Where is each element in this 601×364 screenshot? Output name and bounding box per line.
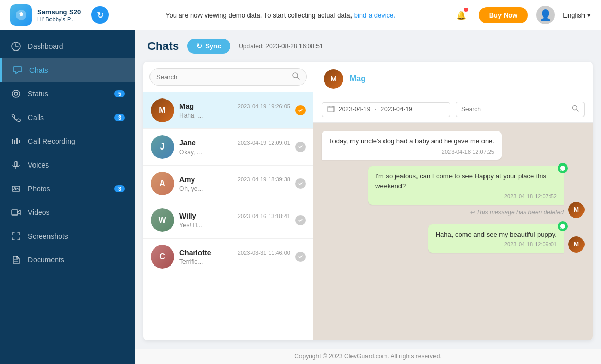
sidebar-item-call-recording-label: Call Recording (28, 137, 75, 145)
app-logo (10, 4, 32, 26)
detail-search-icon (572, 105, 579, 114)
chat-info-charlotte: Charlotte 2023-03-31 11:46:00 Terrific..… (179, 249, 290, 266)
svg-rect-9 (15, 161, 17, 166)
chat-time-mag: 2023-04-19 19:26:05 (238, 103, 290, 109)
chat-items-list: M Mag 2023-04-19 19:26:05 Haha, ... (143, 92, 313, 340)
chat-avatar-mag: M (151, 98, 174, 122)
detail-search-filter[interactable] (456, 102, 585, 117)
sidebar-item-videos[interactable]: Videos (0, 201, 135, 224)
chat-name-willy: Willy (179, 212, 196, 220)
voices-icon (10, 159, 22, 171)
sidebar-item-voices[interactable]: Voices (0, 153, 135, 177)
svg-rect-8 (19, 140, 20, 143)
sidebar-item-chats[interactable]: Chats (0, 58, 135, 82)
chat-detail: M Mag 2023-04-19 - 2023-04-19 (313, 62, 593, 340)
call-recording-icon (10, 136, 22, 147)
calls-badge: 3 (114, 114, 125, 121)
calendar-icon (327, 105, 335, 114)
chat-avatar-amy: A (151, 172, 174, 195)
user-icon: 👤 (539, 9, 552, 21)
sync-icon-small[interactable]: ↻ (91, 6, 109, 24)
content-area: Chats ↻ Sync Updated: 2023-08-28 16:08:5… (135, 30, 601, 364)
bind-device-link[interactable]: bind a device. (354, 11, 395, 19)
chat-avatar-willy: W (151, 208, 174, 232)
device-name: Samsung S20 (37, 8, 81, 16)
date-from: 2023-04-19 (339, 106, 370, 113)
user-avatar-button[interactable]: 👤 (536, 6, 555, 24)
documents-icon (10, 254, 22, 266)
notification-dot (464, 8, 468, 12)
date-to: 2023-04-19 (380, 106, 412, 113)
chat-search-input[interactable] (156, 73, 288, 81)
chat-status-amy (295, 178, 306, 189)
date-filter[interactable]: 2023-04-19 - 2023-04-19 (322, 102, 450, 117)
msg-sent-2: Haha, come and see my beautiful puppy. 2… (322, 224, 585, 253)
content-header: Chats ↻ Sync Updated: 2023-08-28 16:08:5… (135, 30, 601, 62)
calls-icon (10, 112, 22, 123)
chat-item-charlotte[interactable]: C Charlotte 2023-03-31 11:46:00 Terrific… (143, 239, 313, 275)
sidebar-item-call-recording[interactable]: Call Recording (0, 129, 135, 153)
msg-sent-1: I'm so jealous, can I come to see Happy … (322, 166, 585, 218)
screenshots-icon (10, 230, 22, 242)
device-info: Samsung S20 Lil' Bobby's P... (37, 8, 81, 22)
sidebar-item-status[interactable]: Status 5 (0, 82, 135, 106)
chat-status-charlotte (295, 252, 306, 262)
chat-time-charlotte: 2023-03-31 11:46:00 (238, 250, 290, 256)
chat-name-row-charlotte: Charlotte 2023-03-31 11:46:00 (179, 249, 290, 257)
copyright-text: Copyright © 2023 ClevGuard.com. All righ… (294, 353, 442, 360)
date-separator: - (374, 106, 376, 113)
chat-item-willy[interactable]: W Willy 2023-04-16 13:18:41 Yes! I'l... (143, 202, 313, 239)
chat-name-row-mag: Mag 2023-04-19 19:26:05 (179, 102, 290, 110)
chat-preview-willy: Yes! I'l... (179, 222, 290, 229)
chat-info-willy: Willy 2023-04-16 13:18:41 Yes! I'l... (179, 212, 290, 229)
chat-item-mag[interactable]: M Mag 2023-04-19 19:26:05 Haha, ... (143, 92, 313, 129)
msg-deleted-note: ↩ This message has been deleted (470, 207, 564, 218)
language-selector[interactable]: English ▾ (563, 11, 591, 19)
sidebar-item-documents[interactable]: Documents (0, 248, 135, 272)
msg-bubble-sent-2: Haha, come and see my beautiful puppy. 2… (428, 224, 564, 253)
sent-avatar-2: M (568, 236, 585, 253)
chat-search-input-wrapper[interactable] (149, 68, 307, 86)
chat-time-amy: 2023-04-19 18:39:38 (238, 176, 290, 183)
chats-icon (12, 64, 23, 76)
sidebar-item-calls[interactable]: Calls 3 (0, 106, 135, 129)
sidebar-item-status-label: Status (28, 90, 48, 98)
msg-text-received-1: Today, my uncle's dog had a baby and he … (329, 136, 494, 146)
chat-item-amy[interactable]: A Amy 2023-04-19 18:39:38 Oh, ye... (143, 166, 313, 202)
chat-detail-header: M Mag (313, 62, 593, 96)
sidebar-item-photos[interactable]: Photos 3 (0, 177, 135, 201)
search-icon (292, 72, 300, 82)
notification-bell[interactable]: 🔔 (452, 6, 471, 24)
chat-time-willy: 2023-04-16 13:18:41 (238, 213, 290, 219)
sidebar: Dashboard Chats Status 5 (0, 30, 135, 364)
chat-info-mag: Mag 2023-04-19 19:26:05 Haha, ... (179, 102, 290, 119)
sidebar-item-dashboard[interactable]: Dashboard (0, 35, 135, 58)
sidebar-item-dashboard-label: Dashboard (28, 42, 63, 51)
chat-name-jane: Jane (179, 139, 196, 147)
lang-label: English (563, 11, 585, 19)
sent-avatar-1: M (568, 202, 585, 218)
chat-filter-row: 2023-04-19 - 2023-04-19 (313, 96, 593, 123)
chat-item-jane[interactable]: J Jane 2023-04-19 12:09:01 Okay, ... (143, 129, 313, 166)
msg-text-sent-2: Haha, come and see my beautiful puppy. (436, 229, 557, 240)
svg-point-4 (14, 92, 18, 95)
msg-text-sent-1: I'm so jealous, can I come to see Happy … (375, 171, 557, 191)
sync-rotate-icon: ↻ (196, 42, 202, 50)
chat-name-amy: Amy (179, 175, 195, 184)
chat-name-row-jane: Jane 2023-04-19 12:09:01 (179, 139, 290, 147)
detail-search-input[interactable] (461, 106, 569, 113)
chat-status-mag (295, 105, 306, 115)
sync-button[interactable]: ↻ Sync (187, 39, 230, 54)
detail-avatar-mag: M (324, 69, 343, 89)
chat-name-mag: Mag (179, 102, 194, 110)
chat-name-row-amy: Amy 2023-04-19 18:39:38 (179, 175, 290, 184)
banner-left: Samsung S20 Lil' Bobby's P... ↻ (10, 4, 109, 26)
chat-avatar-jane: J (151, 135, 174, 159)
deleted-icon: ↩ (470, 209, 475, 216)
buy-now-button[interactable]: Buy Now (479, 7, 528, 23)
banner-center: You are now viewing demo data. To start … (109, 11, 452, 19)
chat-info-amy: Amy 2023-04-19 18:39:38 Oh, ye... (179, 175, 290, 192)
svg-rect-5 (12, 139, 13, 144)
chat-time-jane: 2023-04-19 12:09:01 (238, 140, 290, 146)
sidebar-item-screenshots[interactable]: Screenshots (0, 224, 135, 248)
